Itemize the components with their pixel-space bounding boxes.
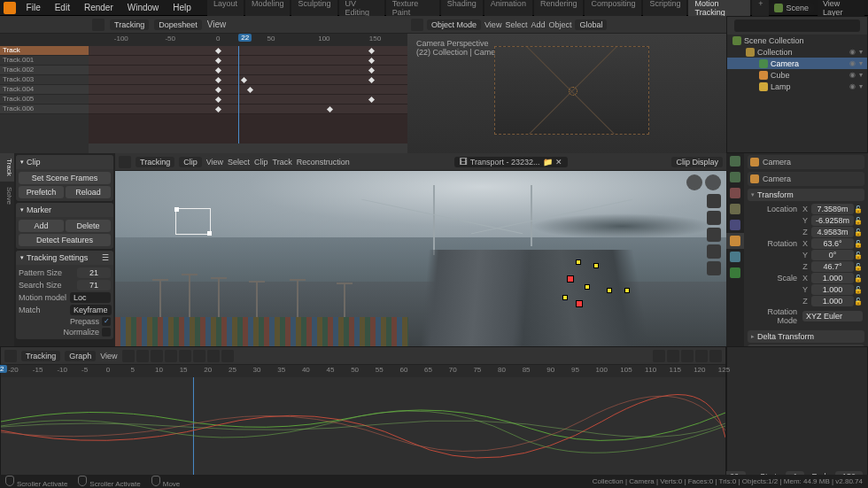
pattern-size-field[interactable]: 21 — [77, 267, 111, 278]
lock-icon[interactable]: 🔓 — [854, 275, 863, 283]
props-object-name[interactable]: Camera — [763, 158, 791, 167]
dopesheet[interactable]: Tracking Dopesheet View -100 -50 0 22 50… — [89, 16, 407, 153]
ruler-current-frame[interactable]: 22 — [238, 34, 252, 42]
dopesheet-track-row[interactable]: Track.005 — [0, 95, 89, 105]
visibility-icons[interactable]: ◉ ▾ — [849, 59, 867, 67]
tracking-point[interactable] — [562, 295, 568, 300]
outliner-row[interactable]: Scene Collection — [727, 35, 867, 46]
viewlayer-field[interactable]: View Layer — [818, 0, 864, 18]
set-scene-frames-button[interactable]: Set Scene Frames — [19, 172, 111, 184]
rotation-z[interactable]: 46.7° — [811, 261, 854, 272]
preset-icon[interactable]: ☰ — [102, 253, 109, 262]
props-tab-data[interactable] — [726, 265, 744, 281]
clip-clip-menu[interactable]: Clip — [254, 158, 268, 167]
dopesheet-track-row[interactable]: Track — [0, 46, 89, 56]
graph-editor[interactable]: Tracking Graph View -20-15- — [0, 346, 726, 479]
props-tab-scene[interactable] — [726, 201, 744, 217]
graph-filter-icon[interactable] — [221, 350, 234, 362]
reload-button[interactable]: Reload — [66, 186, 111, 198]
viewport-orientation[interactable]: Global — [575, 19, 607, 30]
motion-model-select[interactable]: Loc — [70, 292, 111, 303]
prefetch-button[interactable]: Prefetch — [19, 186, 64, 198]
clip-tool-icon[interactable] — [707, 194, 721, 208]
tracking-point[interactable] — [607, 288, 612, 293]
close-icon[interactable]: ✕ — [555, 158, 562, 167]
add-marker-button[interactable]: Add — [19, 220, 64, 232]
visibility-icons[interactable]: ◉ ▾ — [849, 71, 867, 79]
clip-tool-icon[interactable] — [707, 211, 721, 225]
clip-video-frame[interactable] — [115, 171, 726, 346]
dopesheet-track-row[interactable]: Track.001 — [0, 56, 89, 66]
lock-icon[interactable]: 🔓 — [854, 263, 863, 271]
props-tab-constraints[interactable] — [726, 249, 744, 265]
panel-header-clip[interactable]: Clip — [16, 155, 113, 169]
outliner-row[interactable]: Lamp◉ ▾ — [727, 81, 867, 92]
dopesheet-view-menu[interactable]: View — [207, 19, 227, 29]
tracking-point[interactable] — [624, 288, 630, 293]
clip-tool-icon[interactable] — [707, 261, 721, 275]
tracking-point[interactable] — [593, 263, 599, 268]
outliner-row[interactable]: Collection◉ ▾ — [727, 46, 867, 58]
viewport-view-menu[interactable]: View — [484, 20, 501, 29]
viewport-3d[interactable]: Object Mode View Select Add Object Globa… — [407, 16, 726, 153]
graph-filter-icon[interactable] — [193, 350, 205, 362]
graph-body[interactable] — [1, 377, 725, 476]
clip-submode[interactable]: Clip — [179, 157, 202, 167]
rotation-x[interactable]: 63.6° — [811, 238, 854, 249]
clip-view-menu[interactable]: View — [206, 158, 223, 167]
menu-file[interactable]: File — [19, 1, 48, 14]
tracking-point[interactable] — [576, 300, 583, 307]
lock-icon[interactable]: 🔓 — [854, 205, 863, 213]
props-tab-viewlayer[interactable] — [726, 185, 744, 201]
props-subpanel-header[interactable]: Delta Transform — [748, 330, 864, 343]
graph-filter-icon[interactable] — [165, 350, 177, 362]
panel-header-marker[interactable]: Marker — [16, 203, 113, 217]
dopesheet-ruler[interactable]: -100 -50 0 22 50 100 150 — [89, 34, 407, 46]
lock-icon[interactable]: 🔓 — [854, 286, 863, 294]
panel-header-tracking[interactable]: Tracking Settings☰ — [16, 251, 113, 265]
props-transform-header[interactable]: Transform — [748, 189, 864, 201]
clip-track-menu[interactable]: Track — [273, 158, 292, 167]
graph-filter-icon[interactable] — [207, 350, 220, 362]
clip-editor[interactable]: Tracking Clip View Select Clip Track Rec… — [115, 153, 726, 346]
editor-type-icon[interactable] — [411, 19, 423, 31]
rotation-y[interactable]: 0° — [811, 250, 854, 260]
graph-option-icon[interactable] — [667, 350, 679, 362]
menu-window[interactable]: Window — [120, 1, 167, 14]
dopesheet-submode[interactable]: Dopesheet — [154, 19, 202, 30]
clip-select-menu[interactable]: Select — [228, 158, 250, 167]
editor-type-icon[interactable] — [92, 19, 105, 31]
dopesheet-track-row[interactable]: Track.003 — [0, 75, 89, 85]
clip-reconstruction-menu[interactable]: Reconstruction — [297, 158, 350, 167]
scale-y[interactable]: 1.000 — [811, 284, 854, 295]
graph-filter-icon[interactable] — [136, 350, 149, 362]
rotmode-select[interactable]: XYZ Euler — [802, 311, 863, 321]
lock-icon[interactable]: 🔓 — [854, 229, 863, 236]
outliner-search[interactable] — [734, 19, 860, 32]
graph-filter-icon[interactable] — [151, 350, 163, 362]
graph-option-icon[interactable] — [681, 350, 694, 362]
match-select[interactable]: Keyframe — [70, 305, 112, 315]
menu-help[interactable]: Help — [166, 1, 198, 14]
dopesheet-track-row[interactable]: Track.002 — [0, 66, 89, 75]
normalize-checkbox[interactable] — [102, 328, 111, 337]
viewport-select-menu[interactable]: Select — [505, 20, 527, 29]
clip-tool-icon[interactable] — [707, 244, 721, 259]
tracking-point[interactable] — [567, 275, 574, 283]
clip-display-dropdown[interactable]: Clip Display — [671, 157, 723, 167]
graph-mode[interactable]: Tracking — [21, 351, 60, 361]
side-tab-track[interactable]: Track — [0, 153, 14, 182]
delete-marker-button[interactable]: Delete — [66, 220, 111, 232]
location-x[interactable]: 7.3589m — [811, 204, 854, 214]
tracking-point[interactable] — [576, 259, 581, 265]
outliner-row[interactable]: Cube◉ ▾ — [727, 69, 867, 81]
graph-option-icon[interactable] — [695, 350, 708, 362]
dopesheet-track-row[interactable]: Track.006 — [0, 105, 89, 114]
dopesheet-track-row[interactable]: Track.004 — [0, 85, 89, 95]
location-z[interactable]: 4.9583m — [811, 227, 854, 237]
editor-type-icon[interactable] — [4, 350, 17, 362]
lock-icon[interactable]: 🔓 — [854, 252, 863, 259]
viewport-mode[interactable]: Object Mode — [427, 19, 481, 30]
dopesheet-mode[interactable]: Tracking — [110, 19, 149, 30]
clip-gizmo-icon[interactable] — [686, 174, 702, 190]
